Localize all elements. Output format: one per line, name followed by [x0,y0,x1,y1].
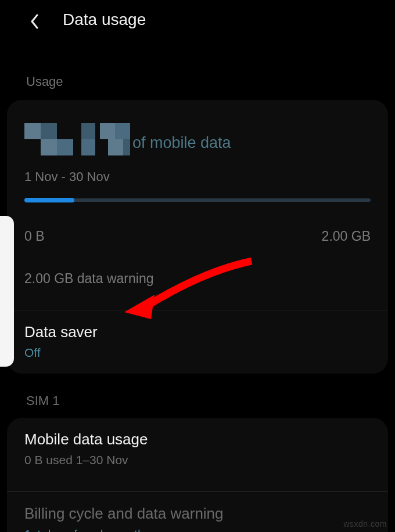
progress-max: 2.00 GB [322,229,371,244]
data-saver-title: Data saver [24,323,371,341]
sim-card: Mobile data usage 0 B used 1–30 Nov Bill… [7,418,388,532]
usage-progress-fill [24,198,74,202]
date-range: 1 Nov - 30 Nov [24,169,371,184]
of-mobile-data-label: of mobile data [132,134,231,152]
section-sim-header: SIM 1 [0,374,395,418]
billing-cycle-title: Billing cycle and data warning [24,505,371,523]
billing-cycle-sub: 1st day of each month [24,527,371,532]
data-warning-label: 2.00 GB data warning [24,271,371,287]
usage-progress-bar [24,198,371,202]
billing-cycle-item[interactable]: Billing cycle and data warning 1st day o… [7,492,388,532]
data-saver-item[interactable]: Data saver Off [7,310,388,374]
back-icon[interactable] [29,13,41,32]
mobile-data-usage-item[interactable]: Mobile data usage 0 B used 1–30 Nov [7,418,388,481]
redacted-usage-amount [24,116,129,162]
data-saver-status: Off [24,346,371,360]
usage-card: of mobile data 1 Nov - 30 Nov 0 B 2.00 G… [7,100,388,374]
app-header: Data usage [0,0,395,39]
watermark: wsxdn.com [343,519,387,529]
mobile-data-usage-sub: 0 B used 1–30 Nov [24,453,371,467]
progress-min: 0 B [24,229,45,244]
page-title: Data usage [63,10,146,29]
progress-labels: 0 B 2.00 GB [24,229,371,244]
edge-panel-handle[interactable] [0,216,14,367]
section-usage-header: Usage [0,39,395,100]
mobile-data-usage-title: Mobile data usage [24,430,371,448]
usage-summary[interactable]: of mobile data 1 Nov - 30 Nov 0 B 2.00 G… [7,100,388,299]
